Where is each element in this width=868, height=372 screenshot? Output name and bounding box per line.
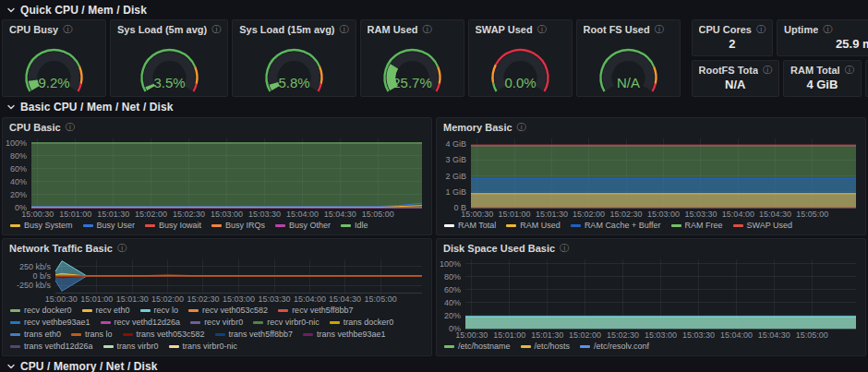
series-area-ram-used <box>471 194 856 208</box>
panel-ram-used: RAM Usedⓘ25.7% <box>360 19 464 97</box>
legend-item-idle[interactable]: Idle <box>341 220 368 231</box>
legend-label: recv lo <box>154 306 179 315</box>
legend-item-recv-virbr0-nic[interactable]: recv virbr0-nic <box>253 317 319 328</box>
chart-memory-basic-svg: 0 B1 GiB2 GiB3 GiB4 GiB15:00:3015:01:001… <box>439 134 862 220</box>
grafana-dashboard: Quick CPU / Mem / Disk CPU Busyⓘ9.2%Sys … <box>0 0 868 372</box>
x-axis-tick-label: 15:04:30 <box>329 294 361 304</box>
panel-ram-total-title[interactable]: RAM Total <box>790 65 840 76</box>
legend-item-busy-system[interactable]: Busy System <box>10 220 73 231</box>
panel-sys-load-5m-avg-title[interactable]: Sys Load (5m avg) <box>117 24 207 35</box>
row-header-basic-cpu-mem-net-disk[interactable]: Basic CPU / Mem / Net / Disk <box>0 97 868 114</box>
legend-item-ram-free[interactable]: RAM Free <box>671 220 723 231</box>
legend-swatch <box>83 224 93 227</box>
row-title: CPU / Memory / Net / Disk <box>20 360 158 372</box>
legend-label: Busy User <box>97 221 136 230</box>
panel-cpu-basic-title[interactable]: CPU Basic <box>9 122 61 133</box>
legend-item-recv-vethd12d26a[interactable]: recv vethd12d26a <box>101 317 181 328</box>
panel-uptime-title[interactable]: Uptime <box>784 24 818 35</box>
x-axis-tick-label: 15:05:00 <box>365 294 397 304</box>
panel-memory-basic-header: Memory Basicⓘ <box>437 118 865 133</box>
stat-row-1: CPU Coresⓘ2Uptimeⓘ25.9 mins <box>692 19 868 56</box>
info-icon[interactable]: ⓘ <box>423 25 432 34</box>
row-header-cpu-memory-net-disk[interactable]: CPU / Memory / Net / Disk <box>0 356 868 372</box>
legend-item-etc-hosts[interactable]: /etc/hosts <box>521 341 571 352</box>
panel-ram-used-title[interactable]: RAM Used <box>368 24 418 35</box>
chart-disk-space-used-basic-legend: /etc/hostname/etc/hosts/etc/resolv.conf <box>437 341 865 354</box>
panel-cpu-busy-title[interactable]: CPU Busy <box>9 24 58 35</box>
panel-disk-space-used-basic-title[interactable]: Disk Space Used Basic <box>443 243 555 254</box>
info-icon[interactable]: ⓘ <box>823 25 832 34</box>
gauge-value: 0.0% <box>504 75 536 90</box>
legend-item-trans-veth5ff8bb7[interactable]: trans veth5ff8bb7 <box>215 329 293 340</box>
legend-item-ram-used[interactable]: RAM Used <box>506 220 561 231</box>
legend-item-trans-virbr0-nic[interactable]: trans virbr0-nic <box>169 341 238 352</box>
legend-item-busy-user[interactable]: Busy User <box>83 220 136 231</box>
info-icon[interactable]: ⓘ <box>517 123 526 132</box>
legend-item-recv-lo[interactable]: recv lo <box>140 305 179 316</box>
chart-disk-space-used-basic-plot[interactable]: 0%20%40%60%80%100%15:00:3015:01:0015:01:… <box>439 255 862 341</box>
gauge-value: 9.2% <box>38 75 69 90</box>
legend-item-busy-other[interactable]: Busy Other <box>275 220 331 231</box>
info-icon[interactable]: ⓘ <box>537 25 547 34</box>
legend-label: trans lo <box>85 330 113 339</box>
info-icon[interactable]: ⓘ <box>655 25 664 34</box>
legend-item-recv-vethbe93ae1[interactable]: recv vethbe93ae1 <box>10 317 90 328</box>
legend-item-trans-eth0[interactable]: trans eth0 <box>10 329 61 340</box>
info-icon[interactable]: ⓘ <box>340 25 349 34</box>
panel-cpu-cores-title[interactable]: CPU Cores <box>699 24 752 35</box>
chart-network-traffic-basic-plot[interactable]: -250 kb/s0 b/s250 kb/s15:00:3015:01:0015… <box>5 255 428 305</box>
legend-item-recv-veth5ff8bb7[interactable]: recv veth5ff8bb7 <box>278 305 353 316</box>
legend-item-etc-resolv-conf[interactable]: /etc/resolv.conf <box>580 341 649 352</box>
legend-item-trans-docker0[interactable]: trans docker0 <box>330 317 394 328</box>
legend-item-recv-eth0[interactable]: recv eth0 <box>82 305 130 316</box>
legend-item-swap-used[interactable]: SWAP Used <box>733 220 793 231</box>
legend-swatch <box>169 345 179 348</box>
chart-memory-basic-legend: RAM TotalRAM UsedRAM Cache + BufferRAM F… <box>437 220 865 233</box>
chart-memory-basic-plot[interactable]: 0 B1 GiB2 GiB3 GiB4 GiB15:00:3015:01:001… <box>439 134 862 220</box>
panel-root-fs-used-title[interactable]: Root FS Used <box>584 24 650 35</box>
legend-item-busy-irqs[interactable]: Busy IRQs <box>211 220 265 231</box>
legend-swatch <box>188 309 199 312</box>
panel-rootfs-tota-title[interactable]: RootFS Tota <box>699 65 759 76</box>
y-axis-tick-label: -250 kb/s <box>17 281 52 290</box>
legend-label: Busy IRQs <box>225 221 265 230</box>
panel-sys-load-15m-avg-title[interactable]: Sys Load (15m avg) <box>239 24 334 35</box>
info-icon[interactable]: ⓘ <box>756 25 766 34</box>
legend-item-trans-virbr0[interactable]: trans virbr0 <box>103 341 159 352</box>
legend-item-recv-virbr0[interactable]: recv virbr0 <box>190 317 243 328</box>
panel-cpu-basic: CPU Basicⓘ0%20%40%60%80%100%15:00:3015:0… <box>2 117 432 235</box>
legend-item-trans-veth053c582[interactable]: trans veth053c582 <box>123 329 205 340</box>
panel-swap-used-title[interactable]: SWAP Used <box>476 24 533 35</box>
info-icon[interactable]: ⓘ <box>560 244 569 253</box>
legend-item-ram-cache-buffer[interactable]: RAM Cache + Buffer <box>571 220 661 231</box>
info-icon[interactable]: ⓘ <box>63 25 72 34</box>
info-icon[interactable]: ⓘ <box>66 123 75 132</box>
legend-item-recv-docker0[interactable]: recv docker0 <box>10 305 72 316</box>
legend-item-busy-iowait[interactable]: Busy Iowait <box>145 220 201 231</box>
legend-label: trans virbr0 <box>117 342 159 351</box>
legend-item-trans-vethbe93ae1[interactable]: trans vethbe93ae1 <box>303 329 386 340</box>
gauge-arc: 9.2% <box>4 37 104 94</box>
gauge-value: N/A <box>617 75 640 90</box>
gauge-value: 25.7% <box>392 75 432 90</box>
x-axis-tick-label: 15:04:00 <box>720 330 753 340</box>
legend-item-etc-hostname[interactable]: /etc/hostname <box>444 341 511 352</box>
info-icon[interactable]: ⓘ <box>845 66 854 75</box>
panel-memory-basic-title[interactable]: Memory Basic <box>443 122 512 133</box>
row-header-quick-cpu-mem-disk[interactable]: Quick CPU / Mem / Disk <box>0 0 868 18</box>
legend-item-trans-lo[interactable]: trans lo <box>71 329 113 340</box>
legend-swatch <box>275 224 285 227</box>
info-icon[interactable]: ⓘ <box>117 244 127 253</box>
info-icon[interactable]: ⓘ <box>763 66 772 75</box>
chart-cpu-basic-plot[interactable]: 0%20%40%60%80%100%15:00:3015:01:0015:01:… <box>5 134 428 220</box>
legend-label: RAM Total <box>458 221 496 230</box>
info-icon[interactable]: ⓘ <box>211 25 221 34</box>
legend-label: /etc/hosts <box>535 342 571 351</box>
panel-root-fs-used: Root FS UsedⓘN/A <box>576 19 681 97</box>
legend-item-trans-vethd12d26a[interactable]: trans vethd12d26a <box>10 341 93 352</box>
panel-network-traffic-basic-title[interactable]: Network Traffic Basic <box>9 243 113 254</box>
x-axis-tick-label: 15:04:30 <box>759 210 791 219</box>
legend-label: /etc/resolv.conf <box>594 342 649 351</box>
legend-item-ram-total[interactable]: RAM Total <box>444 220 496 231</box>
legend-item-recv-veth053c582[interactable]: recv veth053c582 <box>188 305 268 316</box>
